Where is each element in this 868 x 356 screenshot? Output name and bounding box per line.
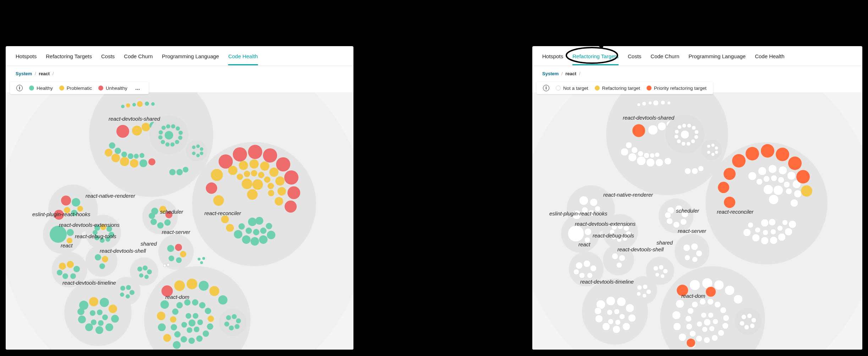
tab-costs-r[interactable]: Costs [628,51,641,65]
svg-point-368 [714,280,724,290]
svg-point-259 [715,150,718,154]
svg-point-21 [132,126,142,136]
svg-point-365 [608,319,614,324]
svg-point-202 [236,318,241,323]
svg-point-199 [219,308,247,336]
svg-point-88 [247,189,258,200]
svg-point-267 [648,101,652,105]
svg-point-138 [70,273,76,279]
svg-point-42 [178,136,182,140]
svg-point-93 [267,231,275,239]
tab-refactoring-targets[interactable]: Refactoring Targets [46,51,92,65]
svg-point-376 [692,301,698,308]
svg-point-310 [584,228,592,235]
svg-point-208 [200,261,203,264]
breadcrumb-root-r[interactable]: System [542,71,559,76]
svg-point-327 [683,244,690,251]
svg-point-147 [126,285,131,290]
tab-hotspots-r[interactable]: Hotspots [542,51,563,65]
svg-point-133 [102,256,108,262]
svg-point-272 [758,167,767,175]
svg-point-158 [85,323,93,331]
svg-point-282 [778,177,784,183]
svg-point-342 [659,265,664,270]
tab-programming-language-r[interactable]: Programming Language [688,51,746,65]
svg-point-331 [685,255,690,261]
tab-refactoring-targets-r[interactable]: Refactoring Targets [572,51,619,65]
treemap-code-health[interactable]: react-devtools-shared react-native-rende… [6,92,353,350]
tab-hotspots[interactable]: Hotspots [16,51,37,65]
tab-code-health-r[interactable]: Code Health [755,51,784,65]
svg-point-171 [218,295,227,305]
svg-point-112 [94,225,100,231]
svg-point-233 [655,159,663,166]
svg-point-404 [740,321,745,326]
svg-point-344 [660,274,665,278]
breadcrumb-root[interactable]: System [16,71,32,76]
legend-code-health: i Healthy Problematic Unhealthy … [10,82,149,94]
svg-point-218 [675,234,709,269]
svg-point-243 [682,124,686,128]
breadcrumb-sep-trailing: / [53,71,54,76]
svg-point-160 [77,308,84,315]
svg-point-262 [685,168,691,174]
svg-point-104 [72,198,80,207]
svg-point-200 [226,315,231,320]
svg-point-309 [568,225,584,242]
svg-point-204 [229,325,234,330]
svg-point-306 [588,210,595,216]
svg-point-279 [756,179,763,185]
tab-code-churn[interactable]: Code Churn [124,51,153,65]
svg-point-284 [786,188,792,195]
svg-point-37 [161,126,166,130]
svg-point-339 [579,273,585,278]
svg-point-82 [258,172,264,178]
svg-point-239 [650,153,655,158]
svg-point-155 [111,315,119,323]
svg-point-403 [744,325,749,330]
svg-point-332 [612,253,618,259]
svg-point-392 [708,312,714,318]
dot-refac-icon [595,86,600,91]
tab-costs[interactable]: Costs [101,51,115,65]
svg-point-274 [779,166,787,175]
svg-point-156 [105,323,113,331]
tab-code-churn-r[interactable]: Code Churn [650,51,679,65]
panel-code-health: Hotspots Refactoring Targets Costs Code … [6,46,353,350]
svg-point-140 [57,270,62,275]
svg-point-232 [646,158,655,167]
svg-point-270 [667,101,671,105]
svg-point-6 [142,199,178,234]
svg-point-226 [648,125,658,135]
svg-point-59 [183,167,188,172]
svg-point-191 [172,308,178,315]
svg-point-127 [167,245,174,252]
svg-point-405 [632,124,645,137]
svg-point-213 [705,142,828,264]
legend-more-button[interactable]: … [134,85,142,91]
svg-point-124 [157,222,164,229]
svg-point-201 [232,314,237,319]
svg-point-194 [197,319,203,325]
svg-point-150 [120,292,124,297]
svg-point-345 [655,273,659,277]
svg-point-326 [665,212,671,218]
tab-code-health[interactable]: Code Health [228,51,258,65]
tab-programming-language[interactable]: Programming Language [162,51,219,65]
panel-refactoring-targets: Hotspots Refactoring Targets Costs Code … [532,46,862,350]
svg-point-173 [157,312,165,320]
svg-point-209 [163,264,166,267]
svg-point-190 [170,316,176,323]
info-icon-r[interactable]: i [543,85,549,91]
svg-point-210 [167,263,170,266]
svg-point-83 [264,176,270,183]
svg-point-413 [718,182,729,193]
svg-point-254 [681,130,689,139]
svg-point-115 [109,232,114,237]
svg-point-25 [111,154,120,162]
svg-point-410 [788,157,802,170]
svg-point-15 [126,103,130,108]
treemap-refactoring[interactable]: react-devtools-shared react-native-rende… [532,92,862,350]
info-icon[interactable]: i [16,85,23,91]
svg-point-57 [169,169,176,175]
